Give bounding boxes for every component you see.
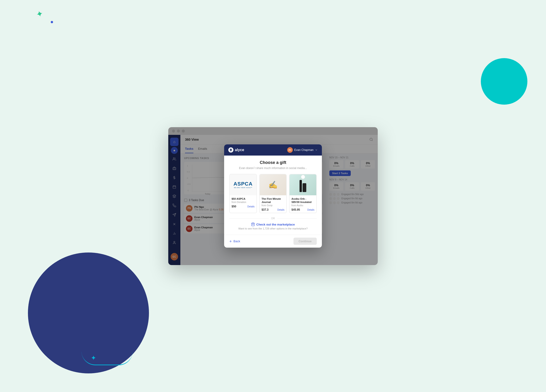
journal-hand-icon: ✍️	[268, 180, 278, 189]
or-text: OR	[271, 217, 275, 220]
gift-source-aspca: from Donation	[232, 201, 255, 203]
gift-details-link-orb[interactable]: Details	[307, 209, 314, 211]
marketplace-button[interactable]: Check out the marketplace	[251, 222, 295, 226]
store-icon	[251, 222, 255, 226]
gift-card-journal-info: The Five Minute Journal from Goop $37.3 …	[260, 195, 286, 213]
marketplace-label: Check out the marketplace	[256, 223, 295, 226]
gift-modal: alyce EC Evan Chapman Choose a gift Evan…	[224, 144, 322, 248]
or-line-right	[277, 218, 317, 219]
arrow-left-icon	[229, 240, 233, 243]
bg-circle-teal	[481, 58, 527, 105]
gift-source-orb: from Asobu	[291, 204, 314, 207]
gift-card-orb-info: Asobu Orb - SBV30 Insulated from Asobu $…	[290, 195, 316, 213]
gift-price-row-orb: $45.95 Details	[291, 208, 314, 211]
aspca-logo: ASPCA WE ARE THEIR VOICE™	[232, 174, 254, 195]
gift-card-journal[interactable]: ✍️ The Five Minute Journal from Goop $37…	[259, 174, 287, 214]
chevron-down-icon	[315, 149, 318, 151]
gift-name-orb: Asobu Orb - SBV30 Insulated	[291, 197, 314, 204]
gift-price-aspca: $50	[232, 205, 236, 208]
gift-card-aspca-image: ASPCA WE ARE THEIR VOICE™	[230, 174, 256, 195]
modal-header: alyce EC Evan Chapman	[224, 144, 322, 156]
modal-overlay: alyce EC Evan Chapman Choose a gift Evan…	[168, 127, 378, 265]
gift-card-aspca-info: $50 ASPCA from Donation $50 Details	[230, 195, 256, 209]
journal-img: ✍️	[260, 174, 286, 195]
app-layout: ⌂ ●	[168, 135, 378, 265]
or-divider: OR	[229, 217, 317, 220]
alyce-logo-icon	[228, 147, 234, 152]
back-button[interactable]: Back	[229, 240, 240, 243]
gift-details-link-aspca[interactable]: Details	[247, 205, 255, 208]
gift-card-journal-image: ✍️	[260, 174, 286, 195]
modal-title: Choose a gift	[229, 160, 317, 165]
marketplace-sub: Want to see from the 1,728 other options…	[238, 227, 308, 230]
modal-user[interactable]: EC Evan Chapman	[287, 147, 318, 153]
modal-body: Choose a gift Evan doesn`t share much in…	[224, 156, 322, 235]
aspca-text: ASPCA	[234, 181, 253, 186]
gift-details-link-journal[interactable]: Details	[277, 209, 285, 211]
back-label: Back	[234, 240, 240, 243]
continue-button[interactable]: Continue	[293, 238, 317, 245]
gift-name-journal: The Five Minute Journal	[262, 197, 285, 204]
gift-cards: ASPCA WE ARE THEIR VOICE™ $50 ASPCA from…	[229, 174, 317, 214]
gift-price-row-journal: $37.3 Details	[262, 208, 285, 211]
modal-subtitle: Evan doesn`t share much information in s…	[229, 166, 317, 170]
gift-card-orb[interactable]: Asobu Orb - SBV30 Insulated from Asobu $…	[289, 174, 317, 214]
bg-dot-blue	[51, 21, 53, 23]
gift-name-aspca: $50 ASPCA	[232, 197, 255, 200]
gift-card-aspca[interactable]: ASPCA WE ARE THEIR VOICE™ $50 ASPCA from…	[229, 174, 257, 214]
gift-card-orb-image	[290, 174, 316, 195]
orb-img	[290, 174, 316, 195]
modal-logo: alyce	[228, 147, 244, 152]
modal-user-avatar: EC	[287, 147, 293, 153]
aspca-sub: WE ARE THEIR VOICE™	[234, 187, 252, 188]
modal-user-name: Evan Chapman	[294, 148, 313, 152]
gift-price-journal: $37.3	[262, 208, 269, 211]
gift-source-journal: from Goop	[262, 204, 285, 207]
browser-window: ⌂ ●	[168, 127, 378, 265]
bg-star-green: ✦	[35, 9, 44, 20]
bg-curve	[81, 351, 133, 365]
modal-footer: Back Continue	[224, 234, 322, 248]
gift-price-orb: $45.95	[291, 208, 300, 211]
modal-logo-text: alyce	[235, 148, 244, 152]
or-line-left	[229, 218, 269, 219]
marketplace-link: Check out the marketplace Want to see fr…	[229, 222, 317, 230]
gift-price-row-aspca: $50 Details	[232, 205, 255, 208]
